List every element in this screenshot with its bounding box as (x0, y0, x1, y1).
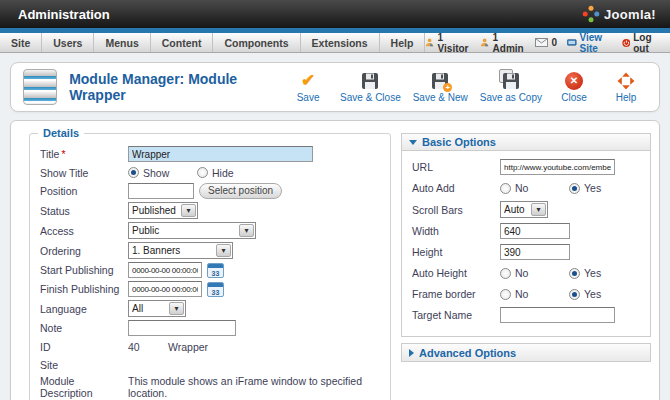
logout-power-icon (622, 37, 631, 49)
language-select[interactable]: All (128, 300, 186, 317)
save-button[interactable]: Save (285, 70, 331, 105)
finish-publishing-input[interactable] (128, 281, 202, 297)
start-publishing-input[interactable] (128, 262, 202, 278)
view-site-label: View Site (580, 32, 612, 54)
auto-height-no-option[interactable]: No (500, 267, 564, 279)
basic-options-body: URL Auto Add No Yes (402, 151, 650, 336)
frame-border-no-option[interactable]: No (500, 288, 564, 300)
menu-item-menus[interactable]: Menus (94, 33, 150, 52)
show-title-show-option[interactable]: Show (128, 167, 192, 179)
menu-item-components[interactable]: Components (213, 33, 300, 52)
radio-no[interactable] (500, 289, 511, 300)
position-label: Position (40, 185, 128, 197)
mail-icon (535, 38, 548, 47)
start-publishing-row: Start Publishing (40, 262, 380, 278)
menu-item-site[interactable]: Site (0, 33, 42, 52)
chevron-down-icon (239, 224, 254, 237)
radio-hide-label: Hide (212, 167, 234, 179)
admin-topbar: Administration Joomla! (0, 0, 670, 28)
page-header: Module Manager: Module Wrapper Save Save… (10, 62, 660, 112)
select-position-button[interactable]: Select position (199, 183, 282, 199)
content-panel: Details Title* Show Title Show Hide (10, 120, 660, 400)
basic-options-pane: Basic Options URL Auto Add No (401, 133, 651, 337)
calendar-icon[interactable] (207, 282, 224, 297)
note-label: Note (40, 322, 128, 334)
calendar-icon[interactable] (207, 263, 224, 278)
site-label: Site (40, 359, 128, 371)
close-button[interactable]: Close (551, 70, 597, 105)
id-label: ID (40, 341, 128, 353)
radio-yes[interactable] (569, 183, 580, 194)
logout-button[interactable]: Log out (622, 32, 661, 54)
auto-height-label: Auto Height (412, 267, 500, 279)
auto-height-yes-option[interactable]: Yes (569, 267, 633, 279)
status-select[interactable]: Published (128, 202, 198, 219)
save-copy-button[interactable]: Save as Copy (477, 70, 545, 105)
radio-yes[interactable] (569, 268, 580, 279)
radio-hide[interactable] (197, 167, 208, 178)
joomla-logo: Joomla! (582, 5, 670, 23)
show-title-hide-option[interactable]: Hide (197, 167, 261, 179)
note-input[interactable] (128, 320, 236, 336)
frame-border-row: Frame border No Yes (412, 286, 642, 302)
show-title-row: Show Title Show Hide (40, 165, 380, 180)
frame-border-yes-option[interactable]: Yes (569, 288, 633, 300)
visitor-person-icon (425, 37, 434, 48)
auto-add-no-option[interactable]: No (500, 182, 564, 194)
width-input[interactable] (500, 223, 570, 239)
advanced-options-header[interactable]: Advanced Options (402, 344, 650, 361)
height-input[interactable] (500, 244, 570, 260)
auto-add-row: Auto Add No Yes (412, 180, 642, 196)
url-input[interactable] (500, 159, 615, 175)
menu-item-help[interactable]: Help (380, 33, 426, 52)
ordering-select[interactable]: 1. Banners (128, 242, 233, 259)
site-row: Site (40, 357, 380, 372)
view-site-link[interactable]: View Site (567, 32, 612, 54)
required-asterisk: * (61, 148, 65, 160)
save-button-label: Save (297, 92, 320, 103)
title-row: Title* (40, 146, 380, 162)
title-input[interactable] (128, 146, 313, 162)
floppy-disk-plus-icon: + (431, 72, 449, 90)
admin-count[interactable]: 1 Admin (480, 32, 525, 54)
basic-options-header[interactable]: Basic Options (402, 134, 650, 151)
width-row: Width (412, 223, 642, 239)
floppy-disk-copy-icon (502, 72, 520, 90)
topbar-title: Administration (0, 7, 110, 22)
target-name-row: Target Name (412, 307, 642, 323)
target-name-input[interactable] (500, 307, 615, 323)
radio-no[interactable] (500, 183, 511, 194)
messages-indicator[interactable]: 0 (535, 37, 557, 48)
position-input[interactable] (128, 183, 194, 199)
title-label: Title* (40, 148, 128, 160)
radio-show[interactable] (128, 167, 139, 178)
finish-publishing-label: Finish Publishing (40, 283, 128, 295)
save-close-button-label: Save & Close (340, 92, 401, 103)
access-select[interactable]: Public (128, 222, 256, 239)
url-row: URL (412, 159, 642, 175)
menu-item-users[interactable]: Users (42, 33, 94, 52)
basic-options-title: Basic Options (422, 136, 496, 148)
width-label: Width (412, 225, 500, 237)
radio-no[interactable] (500, 268, 511, 279)
menu-item-content[interactable]: Content (151, 33, 214, 52)
save-copy-button-label: Save as Copy (480, 92, 542, 103)
joomla-logo-icon (582, 5, 600, 23)
details-column: Details Title* Show Title Show Hide (29, 133, 391, 400)
radio-show-label: Show (143, 167, 169, 179)
show-title-label: Show Title (40, 167, 128, 179)
visitor-count[interactable]: 1 Visitor (425, 32, 470, 54)
help-button[interactable]: Help (603, 70, 649, 105)
menu-item-extensions[interactable]: Extensions (301, 33, 380, 52)
auto-add-yes-option[interactable]: Yes (569, 182, 633, 194)
radio-yes[interactable] (569, 289, 580, 300)
admin-count-label: 1 Admin (493, 32, 526, 54)
module-description-label: Module Description (40, 375, 128, 399)
toolbar: Save Save & Close + Save & New Save as C… (285, 70, 649, 105)
chevron-down-icon (181, 204, 196, 217)
visitor-count-label: 1 Visitor (438, 32, 471, 54)
save-new-button[interactable]: + Save & New (410, 70, 471, 105)
save-close-button[interactable]: Save & Close (337, 70, 404, 105)
frame-border-label: Frame border (412, 288, 500, 300)
scroll-bars-select[interactable]: Auto (500, 201, 548, 218)
